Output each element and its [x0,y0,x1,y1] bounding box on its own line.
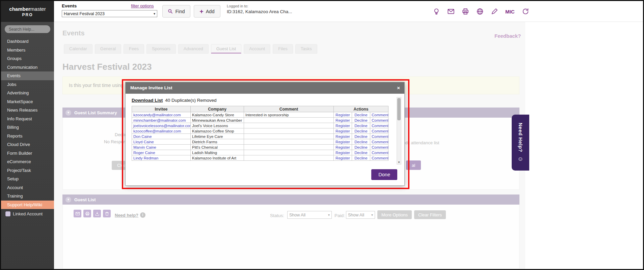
brand-name: chambermaster [9,6,46,12]
comment-cell [244,123,334,128]
mic-menu[interactable]: MIC [505,9,515,14]
invitee-link[interactable]: Marvin Caine [133,145,156,149]
decline-link[interactable]: Decline [354,118,367,122]
chevron-down-icon: ▾ [154,12,155,16]
sidebar-item-ecommerce[interactable]: eCommerce [1,157,54,166]
invitee-link[interactable]: Roger Caine [133,151,155,155]
scrollbar-thumb[interactable] [397,98,401,120]
register-link[interactable]: Register [336,140,350,144]
toolbar-section-label: Events [62,3,77,8]
decline-link[interactable]: Decline [354,140,367,144]
comment-link[interactable]: Comment [372,140,388,144]
invitee-row: Lloyd CaineDietrich FarmsRegisterDecline… [132,139,388,145]
sidebar-item-news-releases[interactable]: News Releases [1,106,54,115]
comment-link[interactable]: Comment [372,124,388,128]
sidebar-item-cloud-drive[interactable]: Cloud Drive [1,140,54,149]
comment-link[interactable]: Comment [372,156,388,160]
comment-link[interactable]: Comment [372,118,388,122]
comment-cell [244,150,334,155]
decline-link[interactable]: Decline [354,145,367,149]
company-cell: Minnewaukan Area Chamber [191,118,244,123]
decline-link[interactable]: Decline [354,151,367,155]
sidebar-item-jobs[interactable]: Jobs [1,80,54,89]
need-help-tab[interactable]: Need Help? ☺ [512,115,529,171]
comment-action-cell: Comment [370,123,388,128]
register-link[interactable]: Register [336,156,350,160]
sidebar-item-events[interactable]: Events [1,71,54,80]
invitee-link[interactable]: kzoocoffee@mailinator.com [133,129,181,133]
event-select[interactable]: Harvest Festival 2023 ▾ [62,10,157,17]
toolbar-icons: MIC [433,7,529,16]
sidebar-item-form-builder[interactable]: Form Builder [1,149,54,158]
sidebar-item-advertising[interactable]: Advertising [1,89,54,97]
invitee-cell: minnchamber@mailinator.com [132,118,191,123]
sidebar-item-training[interactable]: Training [1,192,54,201]
comment-link[interactable]: Comment [372,151,388,155]
invitee-row: joelsvoicelessons@mailinator.comJoel's V… [132,123,388,128]
find-button[interactable]: Find [162,5,190,18]
col-header-company: Company [191,106,244,112]
decline-link[interactable]: Decline [354,134,367,139]
download-list-link[interactable]: Download List [132,98,163,103]
refresh-icon[interactable] [522,8,529,15]
sidebar-item-account[interactable]: Account [1,183,54,192]
sidebar-item-reports[interactable]: Reports [1,132,54,141]
pencil-icon[interactable] [491,8,498,15]
done-button[interactable]: Done [371,169,397,180]
decline-link[interactable]: Decline [354,129,367,133]
sidebar: DashboardMembersGroupsCommunicationEvent… [1,22,54,269]
sidebar-item-project-task[interactable]: Project/Task [1,166,54,175]
envelope-icon[interactable] [447,8,455,15]
filter-options-link[interactable]: filter options [131,4,154,8]
sidebar-item-linked-account[interactable]: Linked Account [1,211,54,216]
register-link[interactable]: Register [336,145,350,149]
comment-link[interactable]: Comment [372,113,388,117]
invitee-row: minnchamber@mailinator.comMinnewaukan Ar… [132,118,388,123]
invitee-link[interactable]: joelsvoicelessons@mailinator.com [133,124,191,128]
globe-icon[interactable] [476,8,484,15]
decline-action-cell: Decline [352,118,370,123]
register-link[interactable]: Register [336,134,350,139]
printer-icon[interactable] [462,8,469,15]
register-action-cell: Register [334,128,352,134]
invitee-row: Lindy RedmanKalamazoo Institute of ArtRe… [132,155,388,161]
sidebar-item-groups[interactable]: Groups [1,54,54,63]
comment-link[interactable]: Comment [372,129,388,133]
sidebar-item-billing[interactable]: Billing [1,123,54,132]
register-action-cell: Register [334,139,352,145]
register-link[interactable]: Register [336,113,350,117]
search-help-input[interactable] [5,25,50,33]
register-link[interactable]: Register [336,124,350,128]
smiley-icon: ☺ [517,156,523,162]
invitee-link[interactable]: Don Caine [133,134,152,139]
scrollbar-down-arrow[interactable]: ▼ [397,161,401,164]
need-help-tab-label: Need Help? [518,123,524,152]
sidebar-item-support-help-wiki[interactable]: Support Help/Wiki [1,201,54,209]
invitee-link[interactable]: Lloyd Caine [133,140,154,144]
close-icon[interactable]: × [397,82,400,94]
dialog-title: Manage Invitee List [130,85,172,90]
add-button[interactable]: + Add [194,5,220,18]
company-cell: Kalamazoo Institute of Art [191,155,244,161]
invitee-link[interactable]: Lindy Redman [133,156,158,160]
register-link[interactable]: Register [336,118,350,122]
sidebar-item-dashboard[interactable]: Dashboard [1,37,54,46]
invitee-link[interactable]: minnchamber@mailinator.com [133,118,186,122]
decline-link[interactable]: Decline [354,113,367,117]
sidebar-item-marketspace[interactable]: MarketSpace [1,97,54,106]
sidebar-item-info-request[interactable]: Info Request [1,115,54,123]
comment-link[interactable]: Comment [372,145,388,149]
sidebar-item-communication[interactable]: Communication [1,63,54,72]
register-link[interactable]: Register [336,129,350,133]
decline-link[interactable]: Decline [354,156,367,160]
invitee-link[interactable]: kzoocandy@mailinator.com [133,113,181,117]
dialog-scrollbar[interactable]: ▼ [397,97,401,164]
linked-account-icon [5,211,10,216]
decline-action-cell: Decline [352,139,370,145]
lightbulb-icon[interactable] [433,8,440,15]
comment-link[interactable]: Comment [372,134,388,139]
sidebar-item-setup[interactable]: Setup [1,175,54,183]
sidebar-item-members[interactable]: Members [1,46,54,55]
decline-link[interactable]: Decline [354,124,367,128]
register-link[interactable]: Register [336,151,350,155]
